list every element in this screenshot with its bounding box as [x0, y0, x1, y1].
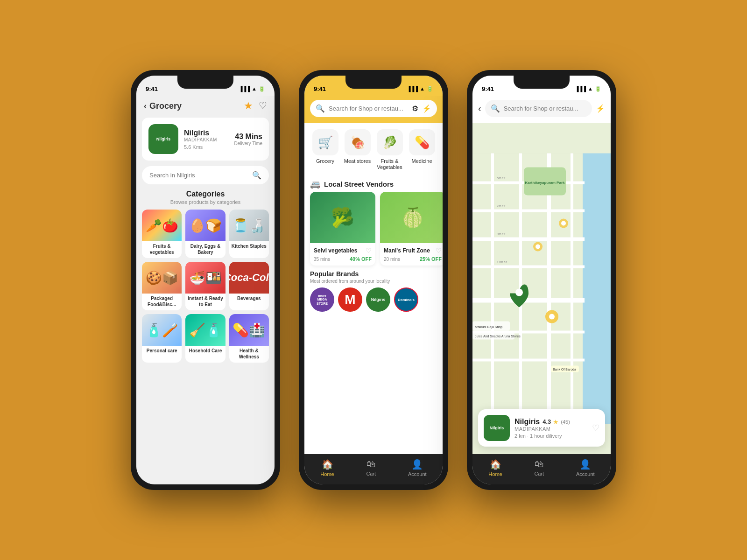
cat-img-dairy: 🥚🍞 — [185, 210, 225, 241]
vendor-mani[interactable]: 🍈 Mani's Fruit Zone ♡ 20 mins 25% OFF — [380, 192, 443, 266]
notch-3 — [514, 76, 570, 89]
category-packaged[interactable]: 🍪📦 Packaged Food&Bisc... — [142, 262, 182, 310]
popup-info: Nilgiris 4.3 ★ (45) MADIPAKKAM 2 km · 1 … — [514, 418, 587, 439]
vendor-heart-mani[interactable]: ♡ — [436, 247, 442, 254]
category-fruits[interactable]: 🥕🍅 Fruits & vegetables — [142, 210, 182, 258]
nav-account-3[interactable]: 👤 Account — [576, 459, 595, 477]
header-title: Grocery — [149, 101, 182, 111]
vendor-time-selvi: 35 mins — [314, 257, 330, 262]
vendor-meta-mani: 20 mins 25% OFF — [384, 256, 442, 262]
popup-meta: 2 km · 1 hour dilivery — [514, 433, 587, 439]
vendor-meta-selvi: 35 mins 40% OFF — [314, 256, 372, 262]
review-count: (45) — [561, 419, 570, 425]
search-box-1[interactable]: 🔍 — [142, 166, 269, 184]
store-logo: Nilgiris — [148, 124, 178, 154]
popup-rating: 4.3 ★ (45) — [543, 418, 570, 426]
search-input-1[interactable] — [149, 172, 248, 179]
popup-logo-text: Nilgiris — [490, 426, 504, 430]
vendor-info-mani: Mani's Fruit Zone ♡ 20 mins 25% OFF — [380, 243, 443, 266]
brand-nilgiris[interactable]: Nilgiris — [366, 287, 390, 312]
store-distance: 5.6 Kms — [184, 144, 228, 150]
account-label-2: Account — [408, 471, 427, 477]
brands-row: moreMEGASTORE M Nilgiris Domino's — [310, 287, 437, 312]
svg-rect-9 — [491, 154, 494, 424]
brand-more[interactable]: moreMEGASTORE — [310, 287, 334, 312]
cart-icon-2: 🛍 — [366, 459, 376, 469]
search-input-3[interactable] — [504, 105, 586, 112]
category-household[interactable]: 🧹🧴 Hosehold Care — [185, 314, 225, 363]
fruits-icon-label: Fruits & Vegetables — [374, 158, 405, 170]
category-beverages[interactable]: Coca‑Cola Beverages — [229, 262, 269, 310]
search-icon-3: 🔍 — [491, 104, 500, 113]
cat-icon-medicine[interactable]: 💊 Medicine — [407, 129, 437, 170]
categories-grid: 🥕🍅 Fruits & vegetables 🥚🍞 Dairy, Eggs & … — [142, 210, 269, 363]
cat-img-health: 💊🏥 — [229, 314, 269, 346]
back-icon-3[interactable]: ‹ — [478, 103, 481, 114]
category-kitchen[interactable]: 🫙🍶 Kitchen Staples — [229, 210, 269, 258]
cat-icon-meat[interactable]: 🍖 Meat stores — [342, 129, 373, 170]
popup-store-name: Nilgiris — [514, 418, 540, 426]
settings-icon[interactable]: ⚙ — [412, 104, 418, 113]
svg-point-21 — [515, 289, 523, 296]
vendor-name-selvi: Selvi vegetables — [314, 247, 357, 254]
store-popup[interactable]: Nilgiris Nilgiris 4.3 ★ (45) MADIPAKKAM … — [478, 409, 605, 447]
brand-mcdonalds[interactable]: M — [338, 287, 362, 312]
search-row-2[interactable]: 🔍 ⚙ ⚡ — [310, 100, 437, 117]
svg-text:Bank Of Baroda: Bank Of Baroda — [553, 368, 576, 371]
star-icon[interactable]: ★ — [244, 100, 253, 112]
cat-icon-fruits[interactable]: 🥬 Fruits & Vegetables — [374, 129, 405, 170]
svg-text:9th St: 9th St — [497, 232, 505, 236]
delivery-time: 43 Mins — [234, 133, 262, 141]
account-label-3: Account — [576, 471, 595, 477]
vendor-heart-selvi[interactable]: ♡ — [366, 247, 372, 254]
svg-point-23 — [536, 245, 540, 249]
category-health[interactable]: 💊🏥 Health & Wellness — [229, 314, 269, 363]
svg-text:araikudi Raja Shop: araikudi Raja Shop — [475, 325, 502, 329]
cat-label-beverages: Beverages — [235, 294, 263, 304]
cat-label-instant: Instant & Ready to Eat — [185, 294, 225, 310]
back-icon: ‹ — [144, 101, 147, 111]
map-view[interactable]: Karthikeyapuram Park 5th St 7th St 9th S… — [472, 123, 611, 454]
vendor-info-selvi: Selvi vegetables ♡ 35 mins 40% OFF — [310, 243, 375, 266]
heart-icon[interactable]: ♡ — [259, 100, 267, 112]
vendor-selvi[interactable]: 🥦 Selvi vegetables ♡ 35 mins 40% OFF — [310, 192, 375, 266]
popular-subtitle: Most ordered from around your locality — [310, 279, 437, 284]
home-label-3: Home — [488, 471, 502, 477]
category-personal[interactable]: 🧴🪥 Personal care — [142, 314, 182, 363]
svg-rect-1 — [583, 154, 611, 424]
back-button[interactable]: ‹ Grocery — [144, 101, 182, 111]
delivery-label: Delivery Time — [234, 141, 262, 146]
cat-img-packaged: 🍪📦 — [142, 262, 182, 294]
categories-subtitle: Browse products by categories — [142, 199, 269, 205]
cat-img-kitchen: 🫙🍶 — [229, 210, 269, 241]
cart-label-3: Cart — [534, 471, 544, 476]
search-input-2[interactable] — [329, 105, 408, 112]
nav-home-3[interactable]: 🏠 Home — [488, 459, 502, 477]
popular-title: Popular Brands — [310, 270, 437, 278]
status-icons-1: ▐▐▐ ▲ 🔋 — [239, 86, 265, 92]
filter-icon[interactable]: ⚡ — [422, 104, 431, 113]
brand-dominos[interactable]: Domino's — [394, 287, 418, 312]
logo-text: Nilgiris — [156, 137, 171, 142]
popup-heart-icon[interactable]: ♡ — [592, 423, 599, 433]
filter-icon-3[interactable]: ⚡ — [596, 104, 605, 113]
svg-text:Karthikeyapuram Park: Karthikeyapuram Park — [525, 181, 565, 185]
nav-account-2[interactable]: 👤 Account — [408, 459, 427, 477]
truck-icon: 🚐 — [310, 179, 320, 189]
nav-cart-2[interactable]: 🛍 Cart — [366, 459, 376, 477]
nav-home-2[interactable]: 🏠 Home — [320, 459, 334, 477]
svg-rect-8 — [472, 359, 585, 362]
search-header-3: ‹ 🔍 ⚡ — [472, 96, 611, 123]
cat-icon-grocery[interactable]: 🛒 Grocery — [310, 129, 340, 170]
cat-label-packaged: Packaged Food&Bisc... — [142, 294, 182, 310]
time-3: 9:41 — [482, 85, 494, 92]
meat-icon-box: 🍖 — [345, 129, 371, 155]
vendor-img-selvi: 🥦 — [310, 192, 375, 243]
grocery-icon-box: 🛒 — [312, 129, 338, 155]
category-instant[interactable]: 🍜🍱 Instant & Ready to Eat — [185, 262, 225, 310]
category-dairy[interactable]: 🥚🍞 Dairy, Eggs & Bakery — [185, 210, 225, 258]
svg-rect-12 — [571, 154, 573, 424]
nav-cart-3[interactable]: 🛍 Cart — [534, 459, 544, 477]
popup-location: MADIPAKKAM — [514, 426, 587, 432]
search-row-3[interactable]: 🔍 — [485, 100, 592, 117]
